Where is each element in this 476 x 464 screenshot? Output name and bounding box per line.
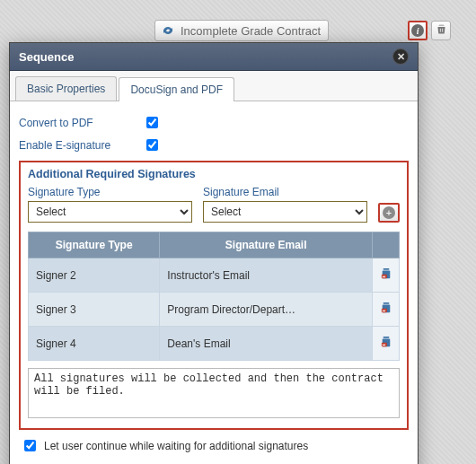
trash-icon: [436, 23, 447, 38]
svg-rect-3: [383, 302, 389, 304]
signatures-table: Signature Type Signature Email Signer 2 …: [28, 232, 400, 361]
dialog-titlebar: Sequence ✕: [10, 43, 418, 71]
sequence-dialog: Sequence ✕ Basic Properties DocuSign and…: [9, 42, 419, 464]
table-row: Signer 3 Program Director/Depart…: [29, 293, 400, 327]
plus-icon: +: [383, 206, 395, 219]
add-signature-button[interactable]: +: [378, 203, 400, 223]
notes-textarea[interactable]: All signatures will be collected and the…: [28, 368, 400, 418]
cell-email: Dean's Email: [160, 327, 373, 361]
delete-row-button[interactable]: [381, 337, 392, 351]
close-button[interactable]: ✕: [392, 48, 409, 65]
signature-email-select[interactable]: Select: [203, 201, 367, 223]
section-title: Additional Required Signatures: [28, 168, 400, 180]
signature-email-label: Signature Email: [203, 186, 367, 198]
table-row: Signer 2 Instructor's Email: [29, 258, 400, 293]
delete-row-button[interactable]: [381, 269, 392, 283]
signature-type-label: Signature Type: [28, 186, 192, 198]
convert-to-pdf-label: Convert to PDF: [19, 117, 136, 129]
workflow-node-chip[interactable]: Incomplete Grade Contract: [154, 20, 329, 41]
enable-esignature-label: Enable E-signature: [19, 139, 136, 152]
delete-row-button[interactable]: [381, 303, 392, 317]
delete-button[interactable]: [431, 21, 451, 40]
let-user-continue-label: Let user continue while waiting for addi…: [44, 440, 308, 452]
svg-rect-6: [383, 337, 389, 338]
workflow-node-label: Incomplete Grade Contract: [181, 24, 321, 38]
signature-type-select[interactable]: Select: [28, 201, 192, 223]
col-signature-email: Signature Email: [160, 232, 373, 258]
additional-signatures-section: Additional Required Signatures Signature…: [19, 161, 409, 430]
dialog-title: Sequence: [19, 50, 74, 64]
cell-type: Signer 4: [29, 327, 160, 361]
table-row: Signer 4 Dean's Email: [29, 327, 400, 361]
cell-type: Signer 3: [29, 293, 160, 327]
let-user-continue-checkbox[interactable]: [24, 440, 36, 451]
close-icon: ✕: [397, 51, 405, 63]
svg-rect-0: [383, 268, 389, 270]
enable-esignature-checkbox[interactable]: [146, 139, 158, 151]
col-signature-type: Signature Type: [29, 232, 160, 258]
cell-email: Instructor's Email: [160, 258, 373, 293]
tab-basic-properties[interactable]: Basic Properties: [15, 76, 117, 101]
recycle-icon: [161, 23, 175, 38]
tab-strip: Basic Properties DocuSign and PDF: [10, 71, 418, 101]
tab-docusign-pdf[interactable]: DocuSign and PDF: [119, 77, 234, 101]
col-actions: [373, 232, 400, 258]
cell-email: Program Director/Depart…: [160, 293, 373, 327]
cell-type: Signer 2: [29, 258, 160, 293]
convert-to-pdf-checkbox[interactable]: [146, 117, 158, 128]
info-icon: i: [411, 24, 424, 37]
info-button[interactable]: i: [408, 21, 428, 40]
